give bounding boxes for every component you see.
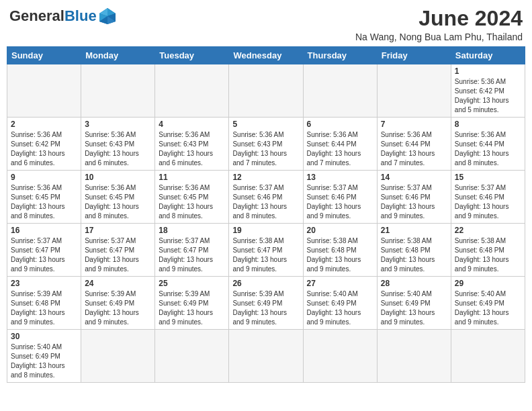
calendar-cell bbox=[451, 330, 525, 383]
calendar-cell bbox=[155, 64, 229, 118]
calendar-cell: 19Sunrise: 5:38 AMSunset: 6:47 PMDayligh… bbox=[229, 224, 303, 277]
day-number: 28 bbox=[381, 279, 447, 288]
day-info: Sunrise: 5:37 AMSunset: 6:46 PMDaylight:… bbox=[381, 183, 447, 221]
calendar-cell: 16Sunrise: 5:37 AMSunset: 6:47 PMDayligh… bbox=[7, 224, 81, 277]
day-number: 6 bbox=[307, 120, 373, 129]
day-number: 7 bbox=[381, 120, 447, 129]
day-number: 22 bbox=[455, 226, 521, 235]
calendar-cell: 11Sunrise: 5:36 AMSunset: 6:45 PMDayligh… bbox=[155, 171, 229, 224]
calendar-cell bbox=[81, 64, 155, 118]
logo-blue: Blue bbox=[64, 7, 97, 25]
calendar-cell: 23Sunrise: 5:39 AMSunset: 6:48 PMDayligh… bbox=[7, 277, 81, 330]
calendar-cell: 9Sunrise: 5:36 AMSunset: 6:45 PMDaylight… bbox=[7, 171, 81, 224]
day-number: 24 bbox=[85, 279, 151, 288]
month-title: June 2024 bbox=[355, 7, 523, 30]
calendar-cell: 10Sunrise: 5:36 AMSunset: 6:45 PMDayligh… bbox=[81, 171, 155, 224]
calendar-cell: 20Sunrise: 5:38 AMSunset: 6:48 PMDayligh… bbox=[303, 224, 377, 277]
calendar-cell: 18Sunrise: 5:37 AMSunset: 6:47 PMDayligh… bbox=[155, 224, 229, 277]
calendar-cell bbox=[229, 330, 303, 383]
day-number: 21 bbox=[381, 226, 447, 235]
calendar-cell: 5Sunrise: 5:36 AMSunset: 6:43 PMDaylight… bbox=[229, 118, 303, 171]
day-number: 8 bbox=[455, 120, 521, 129]
calendar-cell: 1Sunrise: 5:36 AMSunset: 6:42 PMDaylight… bbox=[451, 64, 525, 118]
day-info: Sunrise: 5:40 AMSunset: 6:49 PMDaylight:… bbox=[455, 289, 521, 327]
calendar-cell: 22Sunrise: 5:38 AMSunset: 6:48 PMDayligh… bbox=[451, 224, 525, 277]
day-number: 20 bbox=[307, 226, 373, 235]
week-row-6: 30Sunrise: 5:40 AMSunset: 6:49 PMDayligh… bbox=[7, 330, 525, 383]
day-number: 18 bbox=[159, 226, 225, 235]
day-number: 13 bbox=[307, 173, 373, 182]
day-info: Sunrise: 5:37 AMSunset: 6:46 PMDaylight:… bbox=[307, 183, 373, 221]
calendar-cell: 14Sunrise: 5:37 AMSunset: 6:46 PMDayligh… bbox=[377, 171, 451, 224]
calendar-cell: 28Sunrise: 5:40 AMSunset: 6:49 PMDayligh… bbox=[377, 277, 451, 330]
day-number: 25 bbox=[159, 279, 225, 288]
day-number: 11 bbox=[159, 173, 225, 182]
day-number: 16 bbox=[11, 226, 77, 235]
calendar-cell: 30Sunrise: 5:40 AMSunset: 6:49 PMDayligh… bbox=[7, 330, 81, 383]
calendar-cell: 4Sunrise: 5:36 AMSunset: 6:43 PMDaylight… bbox=[155, 118, 229, 171]
header: GeneralBlue June 2024 Na Wang, Nong Bua … bbox=[7, 7, 525, 42]
calendar-cell bbox=[81, 330, 155, 383]
day-info: Sunrise: 5:37 AMSunset: 6:47 PMDaylight:… bbox=[11, 236, 77, 274]
day-info: Sunrise: 5:39 AMSunset: 6:49 PMDaylight:… bbox=[159, 289, 225, 327]
calendar-cell: 17Sunrise: 5:37 AMSunset: 6:47 PMDayligh… bbox=[81, 224, 155, 277]
day-number: 14 bbox=[381, 173, 447, 182]
calendar-cell bbox=[303, 330, 377, 383]
calendar-cell bbox=[155, 330, 229, 383]
day-number: 10 bbox=[85, 173, 151, 182]
day-info: Sunrise: 5:36 AMSunset: 6:45 PMDaylight:… bbox=[11, 183, 77, 221]
weekday-header-tuesday: Tuesday bbox=[155, 47, 229, 64]
calendar-cell: 27Sunrise: 5:40 AMSunset: 6:49 PMDayligh… bbox=[303, 277, 377, 330]
weekday-header-friday: Friday bbox=[377, 47, 451, 64]
logo-general: General bbox=[9, 7, 64, 25]
day-info: Sunrise: 5:38 AMSunset: 6:48 PMDaylight:… bbox=[307, 236, 373, 274]
calendar-cell: 24Sunrise: 5:39 AMSunset: 6:49 PMDayligh… bbox=[81, 277, 155, 330]
calendar-table: SundayMondayTuesdayWednesdayThursdayFrid… bbox=[7, 46, 525, 383]
day-info: Sunrise: 5:36 AMSunset: 6:42 PMDaylight:… bbox=[11, 130, 77, 168]
calendar-cell: 7Sunrise: 5:36 AMSunset: 6:44 PMDaylight… bbox=[377, 118, 451, 171]
day-info: Sunrise: 5:36 AMSunset: 6:42 PMDaylight:… bbox=[455, 77, 521, 115]
logo-text: GeneralBlue bbox=[9, 7, 117, 26]
week-row-5: 23Sunrise: 5:39 AMSunset: 6:48 PMDayligh… bbox=[7, 277, 525, 330]
day-info: Sunrise: 5:40 AMSunset: 6:49 PMDaylight:… bbox=[11, 342, 77, 380]
week-row-1: 1Sunrise: 5:36 AMSunset: 6:42 PMDaylight… bbox=[7, 64, 525, 118]
day-info: Sunrise: 5:39 AMSunset: 6:48 PMDaylight:… bbox=[11, 289, 77, 327]
calendar-cell bbox=[7, 64, 81, 118]
day-number: 3 bbox=[85, 120, 151, 129]
logo: GeneralBlue bbox=[9, 7, 117, 26]
day-number: 5 bbox=[232, 120, 299, 129]
calendar-cell: 8Sunrise: 5:36 AMSunset: 6:44 PMDaylight… bbox=[451, 118, 525, 171]
day-info: Sunrise: 5:37 AMSunset: 6:46 PMDaylight:… bbox=[232, 183, 299, 221]
day-info: Sunrise: 5:38 AMSunset: 6:47 PMDaylight:… bbox=[232, 236, 299, 274]
day-info: Sunrise: 5:36 AMSunset: 6:44 PMDaylight:… bbox=[455, 130, 521, 168]
day-info: Sunrise: 5:36 AMSunset: 6:44 PMDaylight:… bbox=[307, 130, 373, 168]
day-number: 19 bbox=[232, 226, 299, 235]
day-number: 12 bbox=[232, 173, 299, 182]
day-info: Sunrise: 5:36 AMSunset: 6:45 PMDaylight:… bbox=[159, 183, 225, 221]
day-info: Sunrise: 5:39 AMSunset: 6:49 PMDaylight:… bbox=[85, 289, 151, 327]
week-row-2: 2Sunrise: 5:36 AMSunset: 6:42 PMDaylight… bbox=[7, 118, 525, 171]
day-info: Sunrise: 5:39 AMSunset: 6:49 PMDaylight:… bbox=[232, 289, 299, 327]
week-row-4: 16Sunrise: 5:37 AMSunset: 6:47 PMDayligh… bbox=[7, 224, 525, 277]
calendar-cell bbox=[303, 64, 377, 118]
day-info: Sunrise: 5:36 AMSunset: 6:43 PMDaylight:… bbox=[85, 130, 151, 168]
calendar-cell: 3Sunrise: 5:36 AMSunset: 6:43 PMDaylight… bbox=[81, 118, 155, 171]
calendar-cell: 21Sunrise: 5:38 AMSunset: 6:48 PMDayligh… bbox=[377, 224, 451, 277]
day-number: 9 bbox=[11, 173, 77, 182]
day-number: 27 bbox=[307, 279, 373, 288]
calendar-cell bbox=[377, 330, 451, 383]
calendar-cell: 29Sunrise: 5:40 AMSunset: 6:49 PMDayligh… bbox=[451, 277, 525, 330]
weekday-header-saturday: Saturday bbox=[451, 47, 525, 64]
day-info: Sunrise: 5:36 AMSunset: 6:45 PMDaylight:… bbox=[85, 183, 151, 221]
day-info: Sunrise: 5:37 AMSunset: 6:47 PMDaylight:… bbox=[159, 236, 225, 274]
calendar-cell: 25Sunrise: 5:39 AMSunset: 6:49 PMDayligh… bbox=[155, 277, 229, 330]
location-title: Na Wang, Nong Bua Lam Phu, Thailand bbox=[355, 32, 523, 42]
logo-icon bbox=[98, 7, 117, 26]
calendar-cell: 13Sunrise: 5:37 AMSunset: 6:46 PMDayligh… bbox=[303, 171, 377, 224]
day-info: Sunrise: 5:40 AMSunset: 6:49 PMDaylight:… bbox=[381, 289, 447, 327]
calendar-cell: 6Sunrise: 5:36 AMSunset: 6:44 PMDaylight… bbox=[303, 118, 377, 171]
weekday-header-row: SundayMondayTuesdayWednesdayThursdayFrid… bbox=[7, 47, 525, 64]
weekday-header-monday: Monday bbox=[81, 47, 155, 64]
day-info: Sunrise: 5:38 AMSunset: 6:48 PMDaylight:… bbox=[455, 236, 521, 274]
day-info: Sunrise: 5:36 AMSunset: 6:43 PMDaylight:… bbox=[232, 130, 299, 168]
